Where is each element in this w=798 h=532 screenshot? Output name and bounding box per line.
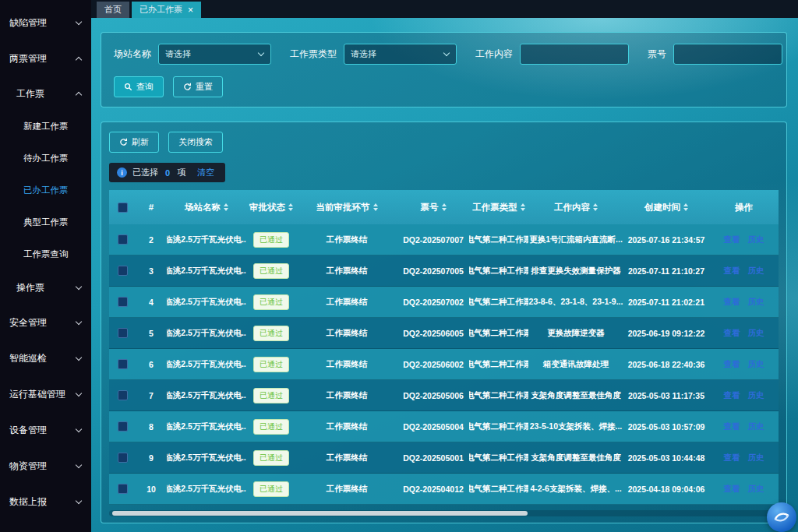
row-checkbox[interactable]	[118, 484, 128, 494]
row-checkbox-cell	[109, 287, 136, 317]
table-row: 9临洮2.5万千瓦光伏电...已通过工作票终结DQ2-202505001电气第二…	[109, 442, 779, 474]
refresh-button[interactable]: 刷新	[109, 132, 159, 153]
column-header-工作票类型[interactable]: 工作票类型	[469, 190, 528, 224]
history-link[interactable]: 历史	[748, 234, 764, 245]
view-link[interactable]: 查看	[724, 484, 740, 495]
sidebar-item-两票管理[interactable]: 两票管理	[0, 41, 91, 76]
sidebar-item-已办工作票[interactable]: 已办工作票	[0, 174, 91, 206]
history-link[interactable]: 历史	[748, 297, 764, 308]
reset-button[interactable]: 重置	[173, 76, 223, 97]
view-link[interactable]: 查看	[724, 359, 740, 370]
history-link[interactable]: 历史	[748, 484, 764, 495]
sidebar-item-label: 数据上报	[9, 495, 47, 509]
tab-已办工作票[interactable]: 已办工作票×	[132, 2, 201, 18]
cell-ticket-type: 电气第二种工作票	[469, 318, 528, 348]
view-link[interactable]: 查看	[724, 453, 740, 463]
clear-selection-link[interactable]: 清空	[197, 167, 214, 178]
column-header-label: 工作票类型	[472, 202, 517, 213]
cell-approval-step: 工作票终结	[296, 442, 397, 473]
station-select[interactable]: 请选择	[158, 44, 271, 65]
cell-ticket-type: 电气第二种工作票	[469, 287, 528, 317]
sidebar-item-运行基础管理[interactable]: 运行基础管理	[0, 376, 91, 412]
view-link[interactable]: 查看	[724, 421, 740, 432]
close-search-button[interactable]: 关闭搜索	[168, 132, 223, 153]
history-link[interactable]: 历史	[748, 328, 764, 339]
tab-首页[interactable]: 首页	[97, 2, 129, 18]
cell-status: 已通过	[246, 442, 296, 473]
sidebar-item-工作票查询[interactable]: 工作票查询	[0, 238, 91, 270]
cell-ticket-no: DQ2-202505001	[397, 442, 469, 473]
cell-work-content: 23-5-10支架拆装、焊接...	[528, 411, 623, 442]
history-link[interactable]: 历史	[748, 421, 764, 432]
row-checkbox[interactable]	[118, 421, 128, 432]
sidebar-item-工作票[interactable]: 工作票	[0, 76, 91, 111]
close-search-button-label: 关闭搜索	[178, 136, 213, 148]
sidebar-item-物资管理[interactable]: 物资管理	[0, 448, 91, 484]
sidebar-item-缺陷管理[interactable]: 缺陷管理	[0, 5, 91, 41]
history-link[interactable]: 历史	[748, 390, 764, 401]
cell-created-time: 2025-07-16 21:34:57	[623, 224, 709, 255]
scrollbar-thumb[interactable]	[112, 511, 528, 516]
sidebar-item-操作票[interactable]: 操作票	[0, 270, 91, 305]
sidebar-item-智能巡检[interactable]: 智能巡检	[0, 340, 91, 376]
sidebar-item-典型工作票[interactable]: 典型工作票	[0, 206, 91, 238]
column-header-场站名称[interactable]: 场站名称	[167, 190, 246, 224]
column-header-当前审批环节[interactable]: 当前审批环节	[296, 190, 397, 224]
row-checkbox-cell	[109, 318, 136, 348]
ticket-type-select[interactable]: 请选择	[344, 44, 457, 65]
sidebar-item-待办工作票[interactable]: 待办工作票	[0, 143, 91, 174]
column-header-label: 当前审批环节	[316, 202, 370, 213]
sidebar-item-label: 运行基础管理	[9, 388, 65, 401]
chevron-up-icon	[76, 56, 82, 62]
reset-button-label: 重置	[196, 81, 213, 93]
column-header-label: 票号	[421, 202, 439, 213]
view-link[interactable]: 查看	[724, 390, 740, 401]
sidebar-item-数据上报[interactable]: 数据上报	[0, 484, 91, 520]
ticket-no-input[interactable]	[680, 44, 775, 64]
row-checkbox[interactable]	[118, 266, 128, 276]
ticket-no-input-box	[673, 44, 782, 65]
history-link[interactable]: 历史	[748, 266, 764, 277]
chevron-down-icon	[76, 461, 82, 467]
row-checkbox[interactable]	[118, 234, 128, 245]
table-row: 3临洮2.5万千瓦光伏电...已通过工作票终结DQ2-202507005电气第二…	[109, 255, 779, 287]
column-header-票号[interactable]: 票号	[397, 190, 469, 224]
view-link[interactable]: 查看	[724, 328, 740, 339]
sort-desc-icon	[521, 208, 525, 211]
view-link[interactable]: 查看	[724, 266, 740, 277]
row-checkbox[interactable]	[118, 453, 128, 463]
row-checkbox[interactable]	[118, 297, 128, 307]
brand-logo-button[interactable]	[767, 502, 796, 532]
close-tab-icon[interactable]: ×	[188, 5, 193, 15]
work-content-input[interactable]	[527, 44, 622, 64]
view-link[interactable]: 查看	[724, 234, 740, 245]
cell-created-time: 2025-07-11 21:02:21	[623, 287, 709, 317]
cell-approval-step: 工作票终结	[296, 287, 397, 317]
sidebar-item-label: 工作票	[16, 87, 44, 100]
sidebar-item-安全管理[interactable]: 安全管理	[0, 305, 91, 340]
sidebar-item-设备管理[interactable]: 设备管理	[0, 412, 91, 448]
cell-status: 已通过	[246, 474, 296, 504]
sidebar-item-新建工作票[interactable]: 新建工作票	[0, 111, 91, 143]
column-header-创建时间[interactable]: 创建时间	[623, 190, 709, 224]
row-checkbox[interactable]	[118, 359, 128, 369]
select-all-checkbox[interactable]	[118, 203, 128, 213]
table-row: 2临洮2.5万千瓦光伏电...已通过工作票终结DQ2-202507007电气第二…	[109, 224, 779, 255]
sort-icon	[593, 203, 598, 211]
ticket-no-label: 票号	[648, 48, 666, 61]
column-header-审批状态[interactable]: 审批状态	[246, 190, 296, 224]
query-button[interactable]: 查询	[114, 76, 164, 97]
selection-text-suffix: 项	[177, 167, 185, 178]
cell-operations: 查看历史	[709, 318, 779, 348]
sort-icon	[442, 203, 447, 211]
row-checkbox[interactable]	[118, 328, 128, 338]
history-link[interactable]: 历史	[748, 359, 764, 370]
cell-status: 已通过	[246, 318, 296, 348]
cell-work-content: 支架角度调整至最佳角度	[528, 442, 623, 473]
sort-desc-icon	[593, 208, 598, 211]
history-link[interactable]: 历史	[748, 453, 764, 463]
view-link[interactable]: 查看	[724, 297, 740, 308]
chevron-up-icon	[76, 91, 82, 97]
column-header-工作内容[interactable]: 工作内容	[528, 190, 623, 224]
row-checkbox[interactable]	[118, 390, 128, 400]
